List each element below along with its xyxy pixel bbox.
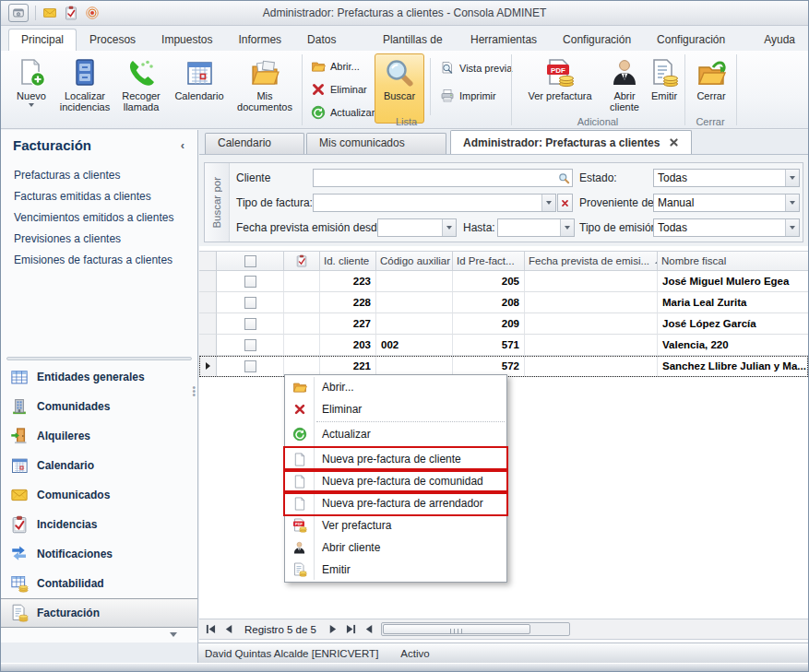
chevron-left-icon[interactable]: ‹ xyxy=(181,138,184,152)
proveniente-combo[interactable]: Manual xyxy=(653,194,800,212)
tab-mis-comunicados[interactable]: Mis comunicados activos xyxy=(306,133,446,154)
ribbon-tab-configuracion[interactable]: Configuración xyxy=(550,29,644,51)
ver-prefactura-button[interactable]: Ver prefactura xyxy=(518,53,602,124)
menu-item-nueva-prefactura-comunidad[interactable]: Nueva pre-factura de comunidad xyxy=(285,470,506,492)
scroll-left-button[interactable] xyxy=(361,621,377,637)
menu-item-nueva-prefactura-arrendador[interactable]: Nueva pre-factura de arrendador xyxy=(285,492,506,514)
sidebar-link-previsiones[interactable]: Previsiones a clientes xyxy=(14,229,173,250)
ribbon-tab-principal[interactable]: Principal xyxy=(8,29,77,51)
app-window-icon[interactable] xyxy=(8,4,29,22)
col-codigo-auxiliar[interactable]: Código auxiliar xyxy=(376,251,453,271)
first-record-button[interactable] xyxy=(202,621,219,637)
clear-filter-button[interactable] xyxy=(557,194,573,212)
chevron-down-icon[interactable] xyxy=(170,632,177,637)
tasks-icon[interactable] xyxy=(64,6,78,20)
chevron-down-icon[interactable] xyxy=(785,195,799,211)
emitir-button[interactable]: Emitir xyxy=(647,53,682,124)
col-id-prefactura[interactable]: Id Pre-fact... xyxy=(453,251,525,271)
chevron-down-icon[interactable] xyxy=(442,219,456,236)
sidebar-item-contabilidad[interactable]: Contabilidad xyxy=(1,569,197,598)
ribbon-tab-procesos[interactable]: Procesos xyxy=(77,29,149,51)
tab-calendario[interactable]: Calendario xyxy=(205,133,304,154)
menu-item-actualizar[interactable]: Actualizar xyxy=(285,423,506,445)
ribbon-tab-informes[interactable]: Informes xyxy=(225,29,294,51)
ribbon-tab-herramientas[interactable]: Herramientas xyxy=(458,29,550,51)
search-lookup-icon[interactable] xyxy=(556,170,572,186)
hasta-combo[interactable] xyxy=(497,218,575,237)
table-row[interactable]: 203 002 571 Valencia, 220 xyxy=(199,335,808,356)
checkbox-header[interactable] xyxy=(217,251,284,271)
row-checkbox[interactable] xyxy=(217,356,284,377)
ribbon-tab-configuracion-personal[interactable]: Configuración personal xyxy=(644,29,751,51)
sidebar-item-entidades-generales[interactable]: Entidades generales xyxy=(1,362,197,392)
vista-previa-button[interactable]: Vista previa xyxy=(436,58,516,78)
row-checkbox[interactable] xyxy=(217,292,284,313)
row-checkbox[interactable] xyxy=(217,335,284,356)
sidebar-item-calendario[interactable]: Calendario xyxy=(1,451,197,480)
sidebar-splitter[interactable] xyxy=(6,357,192,360)
broadcast-icon[interactable] xyxy=(85,6,100,20)
menu-item-emitir[interactable]: Emitir xyxy=(285,559,506,581)
mail-icon[interactable] xyxy=(42,6,57,20)
cliente-input[interactable] xyxy=(313,169,573,187)
sidebar-link-vencimientos[interactable]: Vencimientos emitidos a clientes xyxy=(14,207,173,229)
sidebar-item-alquileres[interactable]: Alquileres xyxy=(1,421,197,451)
close-icon[interactable] xyxy=(669,137,679,147)
tab-prefacturas-activa[interactable]: Administrador: Prefacturas a clientes xyxy=(450,130,692,154)
client-icon xyxy=(285,541,314,555)
sidebar-link-facturas-emitidas[interactable]: Facturas emitidas a clientes xyxy=(14,186,173,207)
abrir-cliente-button[interactable]: Abrir cliente xyxy=(604,53,645,124)
sidebar-item-incidencias[interactable]: Incidencias xyxy=(1,510,197,539)
previous-record-button[interactable] xyxy=(220,621,237,637)
sidebar-item-comunidades[interactable]: Comunidades xyxy=(1,392,197,421)
calendario-button[interactable]: Calendario xyxy=(169,53,230,124)
col-nombre-fiscal[interactable]: Nombre fiscal xyxy=(658,251,808,271)
sidebar-link-emisiones[interactable]: Emisiones de facturas a clientes xyxy=(14,250,173,271)
last-record-button[interactable] xyxy=(342,621,359,637)
ribbon-tab-datos-basicos[interactable]: Datos básicos xyxy=(294,29,370,51)
imprimir-button[interactable]: Imprimir xyxy=(436,86,500,106)
menu-item-nueva-prefactura-cliente[interactable]: Nueva pre-factura de cliente xyxy=(285,448,506,470)
ribbon-tab-plantillas[interactable]: Plantillas de texto xyxy=(370,29,458,51)
recoger-llamada-button[interactable]: Recoger llamada xyxy=(115,53,167,124)
estado-combo[interactable]: Todas xyxy=(653,169,800,187)
check-column-header[interactable] xyxy=(284,251,320,271)
ribbon-tab-ayuda[interactable]: Ayuda xyxy=(751,29,808,51)
ribbon-tab-impuestos[interactable]: Impuestos xyxy=(149,29,225,51)
chevron-down-icon[interactable] xyxy=(785,170,799,186)
menu-item-eliminar[interactable]: Eliminar xyxy=(285,398,506,420)
eliminar-button[interactable]: Eliminar xyxy=(307,79,371,100)
col-fecha-prevista[interactable]: Fecha prevista de emisi... xyxy=(525,251,658,271)
menu-item-ver-prefactura[interactable]: Ver prefactura xyxy=(285,514,506,536)
menu-item-abrir[interactable]: Abrir... xyxy=(285,376,506,398)
chevron-down-icon[interactable] xyxy=(541,195,555,211)
localizar-incidencias-button[interactable]: Localizar incidencias xyxy=(56,53,113,124)
fecha-desde-combo[interactable] xyxy=(377,218,457,237)
sidebar-title: Facturación xyxy=(13,137,91,153)
table-row[interactable]: 228 208 Maria Leal Zurita xyxy=(199,292,808,313)
abrir-button[interactable]: Abrir... xyxy=(307,56,363,77)
row-checkbox[interactable] xyxy=(217,271,284,292)
tipo-factura-combo[interactable] xyxy=(313,194,556,212)
open-folder-icon xyxy=(285,380,314,395)
next-record-button[interactable] xyxy=(324,621,340,637)
mis-documentos-button[interactable]: Mis documentos xyxy=(232,53,298,124)
tipo-emision-combo[interactable]: Todas xyxy=(653,218,800,237)
record-counter: Registro 5 de 5 xyxy=(239,624,322,635)
row-checkbox[interactable] xyxy=(217,313,284,335)
cerrar-button[interactable]: Cerrar xyxy=(689,53,733,124)
nuevo-button[interactable]: Nuevo xyxy=(8,53,54,124)
buscar-button[interactable]: Buscar xyxy=(375,53,424,124)
sidebar-item-notificaciones[interactable]: Notificaciones xyxy=(1,539,197,569)
sidebar-item-comunicados[interactable]: Comunicados xyxy=(1,480,197,510)
table-row[interactable]: 227 209 José López García xyxy=(199,313,808,335)
menu-item-abrir-cliente[interactable]: Abrir cliente xyxy=(285,536,506,559)
chevron-down-icon[interactable] xyxy=(785,219,799,236)
table-row[interactable]: 223 205 José Miguel Mulero Egea xyxy=(199,271,808,292)
sidebar-item-facturacion[interactable]: Facturación xyxy=(1,598,197,628)
chevron-down-icon[interactable] xyxy=(560,219,574,236)
horizontal-scrollbar[interactable] xyxy=(381,622,570,636)
scrollbar-thumb[interactable] xyxy=(383,624,530,634)
col-id-cliente[interactable]: Id. cliente xyxy=(320,251,376,271)
sidebar-link-prefacturas[interactable]: Prefacturas a clientes xyxy=(14,165,173,186)
